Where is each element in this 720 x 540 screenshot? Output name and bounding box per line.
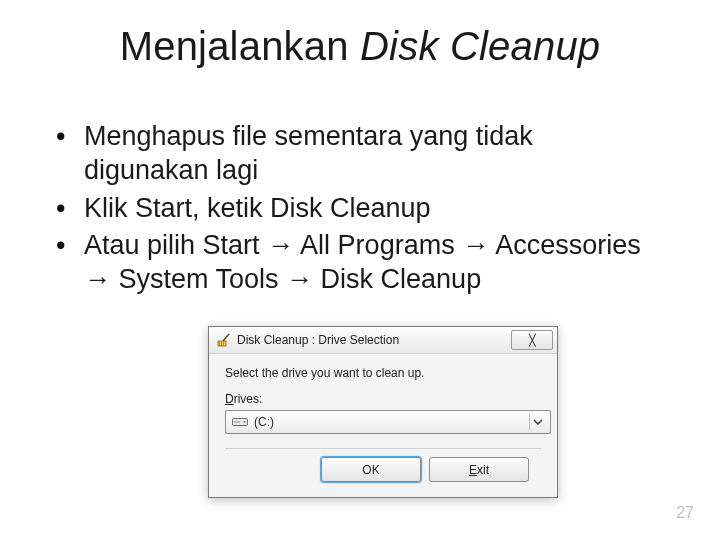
close-button[interactable]: ╳ xyxy=(511,330,553,350)
drive-select-value: (C:) xyxy=(254,415,523,429)
dialog-title: Disk Cleanup : Drive Selection xyxy=(237,333,505,347)
close-icon: ╳ xyxy=(529,334,536,347)
chevron-down-icon xyxy=(529,414,546,430)
drives-label: Drives: xyxy=(225,392,541,406)
exit-button-label: Exit xyxy=(469,463,489,477)
slide-title: Menjalankan Disk Cleanup xyxy=(0,24,720,69)
page-number: 27 xyxy=(676,504,694,522)
svg-point-6 xyxy=(244,421,246,423)
title-italic: Disk Cleanup xyxy=(360,24,600,68)
drive-select[interactable]: (C:) xyxy=(225,410,551,434)
svg-rect-7 xyxy=(234,421,240,423)
svg-rect-0 xyxy=(218,341,226,346)
slide-body: Menghapus file sementara yang tidak digu… xyxy=(56,120,656,301)
disk-cleanup-dialog: Disk Cleanup : Drive Selection ╳ Select … xyxy=(208,326,558,498)
dialog-titlebar[interactable]: Disk Cleanup : Drive Selection ╳ xyxy=(209,327,557,354)
dialog-instruction: Select the drive you want to clean up. xyxy=(225,366,541,380)
ok-button-label: OK xyxy=(362,463,379,477)
bullet-item: Menghapus file sementara yang tidak digu… xyxy=(56,120,656,188)
bullet-item: Atau pilih Start → All Programs → Access… xyxy=(56,229,656,297)
svg-line-4 xyxy=(223,334,229,341)
broom-icon xyxy=(217,333,231,347)
drive-icon xyxy=(232,416,248,428)
title-regular: Menjalankan xyxy=(120,24,360,68)
exit-button[interactable]: Exit xyxy=(429,457,529,482)
ok-button[interactable]: OK xyxy=(321,457,421,482)
bullet-item: Klik Start, ketik Disk Cleanup xyxy=(56,192,656,226)
